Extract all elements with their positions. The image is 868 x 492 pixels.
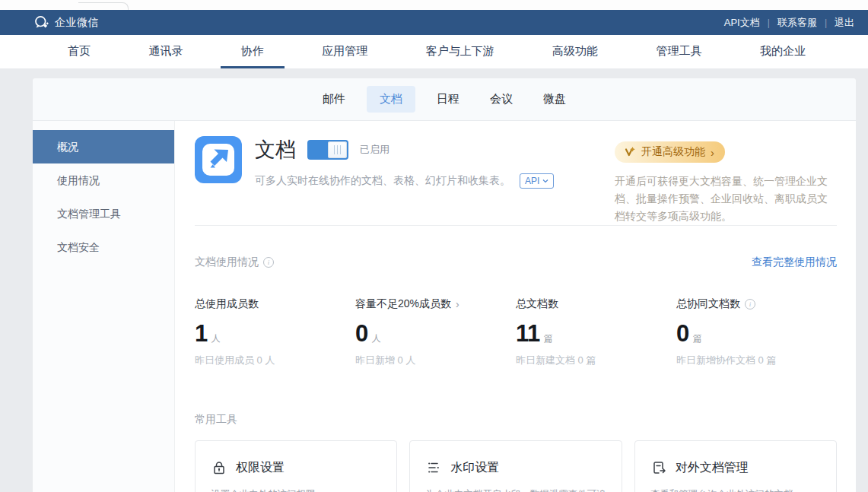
stat-number: 1 xyxy=(195,320,208,348)
sparkle-icon xyxy=(624,147,636,157)
api-label: API xyxy=(525,176,539,186)
section-divider xyxy=(195,225,837,226)
stat-collab-docs: 总协同文档数 i 0 篇 昨日新增协作文档 0 篇 xyxy=(676,297,837,367)
api-dropdown-button[interactable]: API xyxy=(520,173,554,189)
stat-label[interactable]: 容量不足20%成员数 › xyxy=(355,297,516,311)
stat-label-text: 总协同文档数 xyxy=(676,297,740,311)
watermark-icon xyxy=(425,459,442,476)
sidebar-item-doc-security[interactable]: 文档安全 xyxy=(33,230,174,264)
stat-unit: 人 xyxy=(372,332,381,345)
stat-low-capacity-members: 容量不足20%成员数 › 0 人 昨日新增 0 人 xyxy=(355,297,516,367)
sidebar-item-overview[interactable]: 概况 xyxy=(33,130,174,163)
browser-top-strip xyxy=(0,0,868,10)
stat-number: 0 xyxy=(355,320,368,348)
usage-stats: 总使用成员数 1 人 昨日使用成员 0 人 容量不足20%成员数 › xyxy=(195,297,837,367)
tab-meeting[interactable]: 会议 xyxy=(490,92,513,106)
stat-unit: 篇 xyxy=(544,332,553,345)
chevron-down-icon xyxy=(542,179,548,183)
main-nav: 首页 通讯录 协作 应用管理 客户与上下游 高级功能 管理工具 我的企业 xyxy=(0,35,868,68)
app-header: 文档 已启用 可多人实时在线协作的文档、表格、幻灯片和收集表。 xyxy=(195,121,837,225)
stat-value: 11 篇 xyxy=(516,320,676,348)
stat-unit: 篇 xyxy=(693,332,702,345)
stat-total-docs: 总文档数 11 篇 昨日新建文档 0 篇 xyxy=(516,297,676,367)
collaboration-tabs: 邮件 文档 日程 会议 微盘 xyxy=(33,78,856,121)
toggle-knob xyxy=(328,141,347,158)
stat-subtext: 昨日新建文档 0 篇 xyxy=(516,354,676,367)
stat-label-text: 容量不足20%成员数 xyxy=(355,297,451,311)
stat-subtext: 昨日新增协作文档 0 篇 xyxy=(676,354,837,367)
tab-calendar[interactable]: 日程 xyxy=(437,92,459,106)
stat-value: 0 人 xyxy=(355,320,516,348)
nav-item-admin-tools[interactable]: 管理工具 xyxy=(636,35,723,68)
view-full-usage-link[interactable]: 查看完整使用情况 xyxy=(752,256,837,269)
tool-card-permissions[interactable]: 权限设置 设置企业内外的访问权限 xyxy=(195,440,397,492)
stat-number: 0 xyxy=(676,320,689,348)
nav-item-home[interactable]: 首页 xyxy=(47,35,111,68)
nav-item-contacts[interactable]: 通讯录 xyxy=(128,35,203,68)
sidebar-item-usage[interactable]: 使用情况 xyxy=(33,163,174,197)
stat-total-members: 总使用成员数 1 人 昨日使用成员 0 人 xyxy=(195,297,355,367)
nav-item-apps[interactable]: 应用管理 xyxy=(301,35,388,68)
main-content: 文档 已启用 可多人实时在线协作的文档、表格、幻灯片和收集表。 xyxy=(175,121,856,492)
docs-arrow-icon xyxy=(195,136,242,183)
tool-card-description: 查看和管理允许企业外访问的文档 xyxy=(650,488,821,492)
tab-docs[interactable]: 文档 xyxy=(367,86,415,113)
content-card: 邮件 文档 日程 会议 微盘 概况 使用情况 文档管理工具 文档安全 xyxy=(33,78,856,492)
chevron-right-icon: › xyxy=(711,147,714,158)
stat-value: 1 人 xyxy=(195,320,355,348)
nav-item-collaboration[interactable]: 协作 xyxy=(221,35,285,68)
tool-card-header: 对外文档管理 xyxy=(650,459,821,476)
sidebar-item-doc-tools[interactable]: 文档管理工具 xyxy=(33,197,174,230)
tool-card-description: 设置企业内外的访问权限 xyxy=(211,488,381,492)
nav-item-customers[interactable]: 客户与上下游 xyxy=(405,35,515,68)
nav-item-advanced[interactable]: 高级功能 xyxy=(532,35,618,68)
stat-label: 总文档数 xyxy=(516,297,676,311)
stat-unit: 人 xyxy=(211,332,221,345)
page-title: 文档 xyxy=(255,136,296,163)
tool-card-description: 为企业内文档开启水印，数据泄露事件可追 xyxy=(425,488,606,492)
docs-sidebar: 概况 使用情况 文档管理工具 文档安全 xyxy=(33,121,175,492)
usage-section-title: 文档使用情况 i xyxy=(195,256,274,269)
info-circle-icon[interactable]: i xyxy=(263,257,274,268)
stat-label-text: 总文档数 xyxy=(516,297,558,311)
app-description: 可多人实时在线协作的文档、表格、幻灯片和收集表。 xyxy=(255,174,510,188)
tool-card-title: 权限设置 xyxy=(236,460,285,476)
topbar-links: API文档 | 联系客服 | 退出 xyxy=(724,16,854,30)
tool-card-external-docs[interactable]: 对外文档管理 查看和管理允许企业外访问的文档 xyxy=(634,440,837,492)
lock-icon xyxy=(211,459,227,476)
app-description-row: 可多人实时在线协作的文档、表格、幻灯片和收集表。 API xyxy=(255,173,554,189)
tools-section-title: 常用工具 xyxy=(195,413,837,427)
usage-section-header: 文档使用情况 i 查看完整使用情况 xyxy=(195,255,837,270)
premium-description: 开通后可获得更大文档容量、统一管理企业文档、批量操作预警、企业回收站、离职成员文… xyxy=(615,173,837,225)
chevron-right-icon: › xyxy=(456,298,459,310)
enable-toggle[interactable] xyxy=(307,140,348,160)
stat-label: 总协同文档数 i xyxy=(676,297,837,311)
upgrade-premium-label: 开通高级功能 xyxy=(641,145,705,159)
divider: | xyxy=(825,17,827,28)
tool-card-header: 水印设置 xyxy=(425,459,606,476)
tool-card-watermark[interactable]: 水印设置 为企业内文档开启水印，数据泄露事件可追 xyxy=(409,440,622,492)
nav-item-my-company[interactable]: 我的企业 xyxy=(739,35,826,68)
topbar: 企业微信 API文档 | 联系客服 | 退出 xyxy=(0,10,868,35)
tool-card-title: 对外文档管理 xyxy=(676,460,749,476)
info-circle-icon[interactable]: i xyxy=(745,299,755,309)
tab-mail[interactable]: 邮件 xyxy=(323,92,345,106)
brand-logo[interactable]: 企业微信 xyxy=(33,14,99,30)
app-main: 文档 已启用 可多人实时在线协作的文档、表格、幻灯片和收集表。 xyxy=(255,136,554,225)
stat-value: 0 篇 xyxy=(676,320,837,348)
stat-number: 11 xyxy=(516,320,540,348)
tab-drive[interactable]: 微盘 xyxy=(543,92,566,106)
tool-cards: 权限设置 设置企业内外的访问权限 xyxy=(195,440,837,492)
status-label: 已启用 xyxy=(360,143,389,157)
app-title-row: 文档 已启用 xyxy=(255,136,554,163)
api-docs-link[interactable]: API文档 xyxy=(724,16,760,30)
brand-name: 企业微信 xyxy=(55,16,99,30)
stat-label: 总使用成员数 xyxy=(195,297,355,311)
wework-admin-screen: 企业微信 API文档 | 联系客服 | 退出 首页 通讯录 协作 应用管理 客户… xyxy=(0,0,868,492)
usage-title-text: 文档使用情况 xyxy=(195,256,259,269)
stat-label-text: 总使用成员数 xyxy=(195,297,259,311)
logout-link[interactable]: 退出 xyxy=(835,16,854,30)
upgrade-premium-button[interactable]: 开通高级功能 › xyxy=(615,141,725,163)
premium-panel: 开通高级功能 › 开通后可获得更大文档容量、统一管理企业文档、批量操作预警、企业… xyxy=(615,136,837,225)
contact-support-link[interactable]: 联系客服 xyxy=(777,16,817,30)
